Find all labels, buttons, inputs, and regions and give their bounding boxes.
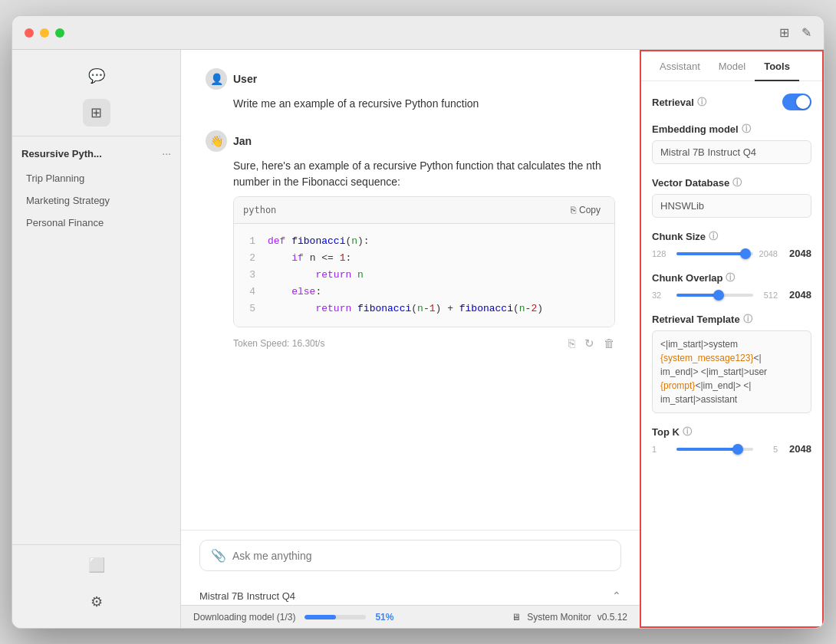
- status-bar-right: 🖥 System Monitor v0.5.12: [512, 612, 627, 623]
- toggle-thumb: [796, 95, 810, 109]
- assistant-name: Jan: [233, 135, 252, 147]
- code-block: python ⎘ Copy 1 def fibonacci(n):: [233, 196, 615, 327]
- top-k-max: 5: [759, 445, 778, 454]
- chat-input[interactable]: [232, 550, 610, 562]
- chunk-overlap-value: 2048: [784, 289, 811, 301]
- retrieval-template-box[interactable]: <|im_start|>system {system_message123}<|…: [652, 330, 811, 413]
- chunk-size-track[interactable]: [676, 252, 753, 255]
- delete-message-icon[interactable]: 🗑: [604, 337, 615, 350]
- top-k-slider-row: 1 5 2048: [652, 443, 811, 455]
- top-k-min: 1: [652, 445, 670, 454]
- top-k-info-icon[interactable]: ⓘ: [683, 426, 692, 439]
- assistant-message-content: Sure, here's an example of a recursive P…: [233, 158, 615, 190]
- token-speed: Token Speed: 16.30t/s ⎘ ↻ 🗑: [233, 337, 615, 350]
- token-actions: ⎘ ↻ 🗑: [568, 337, 615, 350]
- app-window: ⊞ ✎ 💬 ⊞ Resursive Pyth... ··· Trip Plann…: [12, 15, 824, 629]
- sidebar-bottom: ⬜ ⚙: [12, 544, 180, 622]
- sidebar-top-icons: 💬 ⊞: [12, 56, 180, 136]
- code-line-3: 3 return n: [246, 267, 602, 284]
- system-monitor-icon: 🖥: [512, 612, 521, 623]
- sidebar: 💬 ⊞ Resursive Pyth... ··· Trip Planning …: [12, 50, 181, 628]
- top-k-value: 2048: [784, 443, 811, 455]
- code-line-1: 1 def fibonacci(n):: [246, 233, 602, 250]
- code-body: 1 def fibonacci(n): 2 if n <= 1: 3 retur…: [234, 224, 614, 327]
- chat-messages: 👤 User Write me an example of a recursiv…: [181, 50, 640, 530]
- chunk-overlap-max: 512: [759, 291, 778, 300]
- version-label: v0.5.12: [597, 612, 627, 623]
- assistant-message: 👋 Jan Sure, here's an example of a recur…: [206, 130, 615, 350]
- close-button[interactable]: [25, 28, 34, 38]
- more-icon[interactable]: ···: [162, 147, 171, 159]
- copy-message-icon[interactable]: ⎘: [568, 337, 575, 350]
- user-name: User: [233, 73, 257, 85]
- maximize-button[interactable]: [55, 28, 64, 38]
- chunk-size-thumb: [740, 248, 751, 259]
- retrieval-label: Retrieval ⓘ: [652, 96, 706, 109]
- retrieval-info-icon[interactable]: ⓘ: [697, 96, 706, 109]
- regenerate-icon[interactable]: ↻: [584, 337, 594, 350]
- download-label: Downloading model (1/3): [193, 612, 295, 623]
- edit-icon[interactable]: ✎: [801, 25, 811, 40]
- retrieval-row: Retrieval ⓘ: [652, 94, 811, 110]
- top-k-label: Top K ⓘ: [652, 426, 811, 439]
- code-language: python: [243, 205, 276, 215]
- grid-icon[interactable]: ⊞: [83, 99, 110, 127]
- conversation-title: Resursive Pyth...: [21, 148, 102, 159]
- chunk-overlap-row: Chunk Overlap ⓘ 32 512 2048: [652, 271, 811, 301]
- chunk-size-fill: [676, 252, 745, 255]
- top-k-fill: [676, 448, 738, 451]
- vector-db-info-icon[interactable]: ⓘ: [732, 176, 742, 189]
- retrieval-template-label: Retrieval Template ⓘ: [652, 313, 811, 326]
- copy-button[interactable]: ⎘ Copy: [566, 203, 605, 217]
- code-header: python ⎘ Copy: [234, 197, 614, 224]
- panel-tabs: Assistant Model Tools: [641, 51, 822, 81]
- chat-icon[interactable]: 💬: [83, 62, 110, 90]
- grid-icon[interactable]: ⊞: [779, 25, 789, 40]
- assistant-avatar: 👋: [206, 130, 227, 152]
- embedding-info-icon[interactable]: ⓘ: [742, 123, 751, 136]
- system-monitor-label: System Monitor: [527, 612, 591, 623]
- top-k-thumb: [732, 444, 743, 455]
- chunk-size-min: 128: [652, 249, 670, 258]
- vector-database-select[interactable]: HNSWLib: [652, 194, 811, 218]
- chunk-overlap-track[interactable]: [676, 294, 753, 297]
- retrieval-template-info-icon[interactable]: ⓘ: [743, 313, 752, 326]
- model-bar: Mistral 7B Instruct Q4 ⌃: [181, 583, 640, 605]
- user-message-header: 👤 User: [206, 68, 615, 90]
- vector-database-row: Vector Database ⓘ HNSWLib: [652, 176, 811, 218]
- code-line-2: 2 if n <= 1:: [246, 250, 602, 267]
- settings-icon[interactable]: ⚙: [83, 588, 110, 616]
- progress-bar-fill: [304, 615, 336, 619]
- status-bar: Downloading model (1/3) 51% 🖥 System Mon…: [181, 605, 640, 628]
- retrieval-toggle[interactable]: [782, 94, 811, 110]
- retrieval-template-row: Retrieval Template ⓘ <|im_start|>system …: [652, 313, 811, 413]
- chunk-overlap-info-icon[interactable]: ⓘ: [726, 271, 735, 284]
- code-line-5: 5 return fibonacci(n-1) + fibonacci(n-2): [246, 301, 602, 317]
- tab-model[interactable]: Model: [709, 51, 755, 81]
- model-chevron-icon[interactable]: ⌃: [612, 590, 621, 602]
- top-k-track[interactable]: [676, 448, 753, 451]
- chunk-overlap-fill: [676, 294, 719, 297]
- sidebar-item-personal-finance[interactable]: Personal Finance: [17, 212, 176, 233]
- template-prompt-highlight: {prompt}: [660, 380, 695, 391]
- chunk-overlap-label: Chunk Overlap ⓘ: [652, 271, 811, 284]
- title-bar: ⊞ ✎: [12, 16, 824, 50]
- tab-tools[interactable]: Tools: [755, 51, 799, 81]
- chunk-size-max: 2048: [759, 249, 778, 258]
- chunk-size-label: Chunk Size ⓘ: [652, 230, 811, 243]
- embedding-model-select[interactable]: Mistral 7B Instruct Q4: [652, 140, 811, 164]
- sidebar-item-trip-planning[interactable]: Trip Planning: [17, 168, 176, 189]
- chunk-overlap-thumb: [713, 290, 724, 301]
- user-avatar: 👤: [206, 68, 227, 90]
- import-icon[interactable]: ⬜: [83, 551, 110, 579]
- minimize-button[interactable]: [40, 28, 49, 38]
- model-name: Mistral 7B Instruct Q4: [199, 590, 295, 602]
- sidebar-item-marketing[interactable]: Marketing Strategy: [17, 190, 176, 211]
- paperclip-icon: 📎: [211, 548, 226, 563]
- user-message-content: Write me an example of a recursive Pytho…: [233, 96, 615, 112]
- tab-assistant[interactable]: Assistant: [650, 51, 709, 81]
- chunk-size-info-icon[interactable]: ⓘ: [709, 230, 718, 243]
- progress-percentage: 51%: [375, 612, 393, 623]
- chat-input-wrapper: 📎: [199, 540, 621, 571]
- main-layout: 💬 ⊞ Resursive Pyth... ··· Trip Planning …: [12, 50, 824, 628]
